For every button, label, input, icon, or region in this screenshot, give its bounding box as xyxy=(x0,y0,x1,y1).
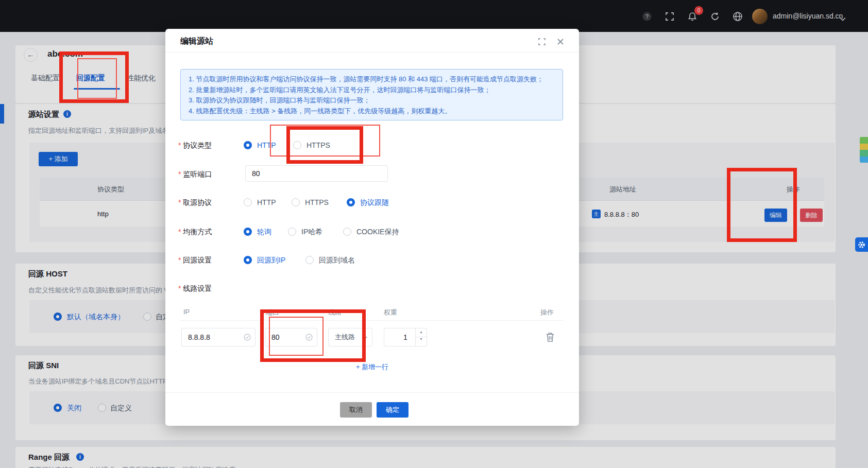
modal-title: 编辑源站 xyxy=(180,36,213,47)
check-circle-icon xyxy=(244,334,251,341)
edit-origin-modal: 编辑源站 1. 节点取源时所用协议和客户端访问协议保持一致，源站需要同时支持 8… xyxy=(165,29,579,426)
origin-to-ip-radio[interactable] xyxy=(244,256,252,264)
annotation-box-tab-inner xyxy=(77,58,117,99)
footer-divider xyxy=(165,392,579,393)
origin-protocol-follow-label[interactable]: 协议跟随 xyxy=(360,198,389,207)
origin-to-ip-label[interactable]: 回源到IP xyxy=(257,256,285,265)
origin-protocol-http-label[interactable]: HTTP xyxy=(257,198,276,206)
balance-cookie-label[interactable]: COOKIE保持 xyxy=(356,228,399,237)
lines-col-ip: IP xyxy=(183,308,190,316)
balance-iphash-radio[interactable] xyxy=(288,228,296,236)
close-icon[interactable] xyxy=(556,37,565,46)
balance-iphash-label[interactable]: IP哈希 xyxy=(301,228,322,237)
origin-protocol-https-radio[interactable] xyxy=(292,198,300,206)
ok-button[interactable]: 确定 xyxy=(377,402,409,418)
listen-port-input[interactable] xyxy=(245,165,388,182)
notice-line-3: 3. 取源协议为协议跟随时，回源端口将与监听端口保持一致； xyxy=(189,95,555,106)
origin-protocol-https-label[interactable]: HTTPS xyxy=(305,198,329,206)
balance-roundrobin-radio[interactable] xyxy=(244,228,252,236)
notice-alert: 1. 节点取源时所用协议和客户端访问协议保持一致，源站需要同时支持 80 和 4… xyxy=(180,69,563,120)
notice-line-2: 2. 批量新增源站时，多个监听端口请用英文输入法下逗号分开，这时回源端口将与监听… xyxy=(189,85,555,96)
modal-fullscreen-icon[interactable] xyxy=(537,37,547,46)
settings-fab[interactable] xyxy=(855,237,868,252)
listen-port-label: 监听端口 xyxy=(183,170,212,179)
trash-icon[interactable] xyxy=(546,332,555,342)
origin-protocol-http-radio[interactable] xyxy=(244,198,252,206)
notice-line-1: 1. 节点取源时所用协议和客户端访问协议保持一致，源站需要同时支持 80 和 4… xyxy=(189,74,555,85)
origin-mode-label: 回源设置 xyxy=(183,256,212,265)
origin-protocol-label: 取源协议 xyxy=(183,198,212,207)
balance-cookie-radio[interactable] xyxy=(343,228,351,236)
annotation-box-https xyxy=(286,126,363,164)
lines-col-weight: 权重 xyxy=(384,308,397,317)
stepper-arrows[interactable]: ▲▼ xyxy=(415,328,427,346)
origin-to-domain-label[interactable]: 回源到域名 xyxy=(319,256,355,265)
notice-line-4: 4. 线路配置优先级：主线路 > 备线路，同一线路类型下，优先级等级越高，则权重… xyxy=(189,106,555,117)
protocol-label: 协议类型 xyxy=(183,141,212,150)
origin-to-domain-radio[interactable] xyxy=(305,256,314,264)
gear-icon xyxy=(858,241,865,249)
add-row-link[interactable]: + 新增一行 xyxy=(165,362,579,372)
origin-protocol-follow-radio[interactable] xyxy=(347,198,355,206)
balance-label: 均衡方式 xyxy=(183,228,212,237)
weight-stepper[interactable]: 1 ▲▼ xyxy=(384,328,427,346)
cancel-button[interactable]: 取消 xyxy=(340,402,372,418)
viewport: ← abc.com 基础配置 回源配置 性能优化 源站设置 i 指定回源地址和监… xyxy=(0,0,868,468)
weight-value: 1 xyxy=(403,333,407,341)
lines-header-divider xyxy=(180,320,564,321)
header-divider xyxy=(165,52,579,53)
protocol-http-radio[interactable] xyxy=(244,141,252,149)
balance-roundrobin-label[interactable]: 轮询 xyxy=(257,228,271,237)
annotation-box-port-inner xyxy=(269,317,324,356)
lines-label: 线路设置 xyxy=(183,284,212,293)
annotation-box-actions xyxy=(727,168,797,242)
lines-col-action: 操作 xyxy=(540,308,554,317)
